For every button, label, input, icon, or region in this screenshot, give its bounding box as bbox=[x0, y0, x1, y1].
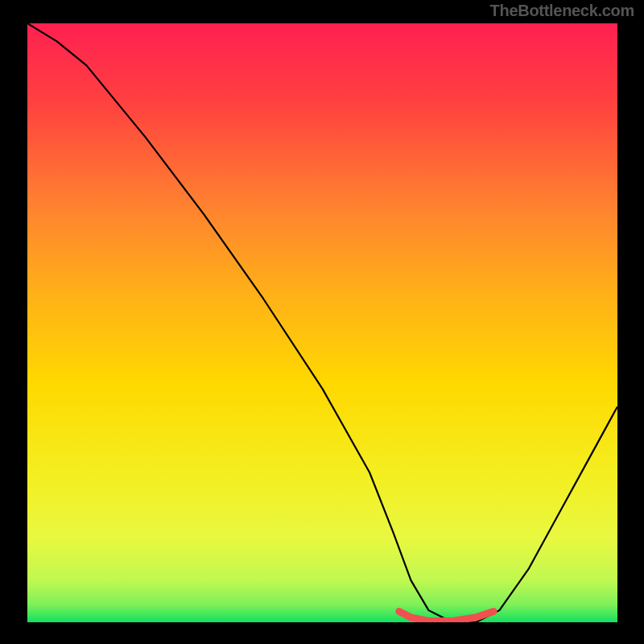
attribution-label: TheBottleneck.com bbox=[490, 2, 634, 20]
chart-container: TheBottleneck.com bbox=[0, 0, 644, 644]
plot-area bbox=[27, 23, 617, 622]
chart-svg bbox=[27, 23, 617, 622]
gradient-background bbox=[27, 23, 617, 622]
